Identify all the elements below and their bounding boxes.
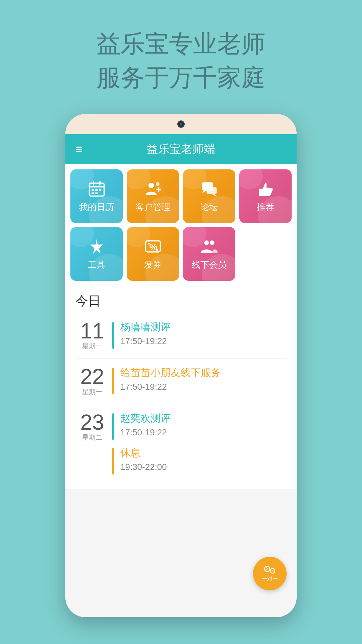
svg-point-21 <box>204 240 209 245</box>
event-content-3b: 休息 19:30-22:00 <box>120 446 287 472</box>
svg-rect-8 <box>95 193 98 195</box>
event-item-3[interactable]: 23 星期二 赵奕欢测评 17:50-19:22 休息 <box>75 404 287 482</box>
svg-marker-16 <box>90 239 103 254</box>
date-num-1: 11 <box>75 320 109 342</box>
svg-marker-13 <box>202 191 206 193</box>
menu-item-recommend[interactable]: 推荐 <box>239 169 292 223</box>
fab-label: 一对一 <box>262 576 278 582</box>
event-title-3b: 休息 <box>120 446 287 460</box>
event-item-2[interactable]: 22 星期一 给苗苗小朋友线下服务 17:50-19:22 <box>75 359 287 404</box>
date-day-1: 星期一 <box>75 342 109 351</box>
menu-label-offline: 线下会员 <box>192 259 227 271</box>
date-day-2: 星期一 <box>75 387 109 396</box>
svg-rect-4 <box>92 189 94 191</box>
date-num-3: 23 <box>75 412 109 433</box>
menu-item-forum[interactable]: 论坛 <box>183 169 235 223</box>
phone-top-bar <box>65 114 297 134</box>
app-title: 益乐宝老师端 <box>147 142 215 157</box>
date-block-1: 11 星期一 <box>75 320 109 351</box>
menu-label-recommend: 推荐 <box>257 201 274 213</box>
tagline: 益乐宝专业老师 服务于万千家庭 <box>0 27 362 95</box>
svg-rect-5 <box>95 189 98 191</box>
menu-label-customer: 客户管理 <box>135 201 170 213</box>
tagline-line1: 益乐宝专业老师 <box>0 27 362 61</box>
svg-rect-14 <box>206 187 217 194</box>
today-label: 今日 <box>75 292 287 310</box>
menu-label-forum: 论坛 <box>200 201 218 213</box>
event-bar-2 <box>112 368 114 394</box>
svg-point-9 <box>148 183 154 189</box>
today-section: 今日 11 星期一 杨嘻嘻测评 17:50-19:22 22 星期一 <box>65 286 297 489</box>
svg-text:⊕: ⊕ <box>156 186 161 193</box>
svg-point-20 <box>156 249 158 251</box>
event-content-2: 给苗苗小朋友线下服务 17:50-19:22 <box>120 366 287 392</box>
menu-grid: 我的日历 ⊕ 客户管理 论坛 <box>65 164 297 286</box>
event-content-3a: 赵奕欢测评 17:50-19:22 <box>120 412 287 438</box>
tagline-line2: 服务于万千家庭 <box>0 61 362 95</box>
phone-shell: ≡ 益乐宝老师端 我的日历 <box>65 114 297 617</box>
event-title-1: 杨嘻嘻测评 <box>120 320 287 334</box>
app-header: ≡ 益乐宝老师端 <box>65 134 297 164</box>
svg-text:%: % <box>149 242 157 252</box>
date-block-3: 23 星期二 <box>75 412 109 442</box>
svg-rect-6 <box>99 189 101 191</box>
menu-item-offline[interactable]: 线下会员 <box>183 227 235 281</box>
date-block-2: 22 星期一 <box>75 366 109 396</box>
menu-item-calendar[interactable]: 我的日历 <box>70 169 123 223</box>
svg-marker-15 <box>212 194 217 197</box>
event-bar-3a <box>112 413 114 440</box>
fab-button[interactable]: ? ☺ 一对一 <box>253 557 287 590</box>
menu-label-calendar: 我的日历 <box>79 201 114 213</box>
menu-item-tools[interactable]: 工具 <box>70 227 123 281</box>
event-time-3a: 17:50-19:22 <box>120 427 287 438</box>
hamburger-icon[interactable]: ≡ <box>75 142 82 156</box>
menu-label-tools: 工具 <box>88 259 105 271</box>
camera <box>177 120 185 128</box>
event-time-3b: 19:30-22:00 <box>120 462 287 472</box>
menu-item-coupon[interactable]: % 发券 <box>127 227 179 281</box>
menu-item-customer[interactable]: ⊕ 客户管理 <box>127 169 179 223</box>
event-time-1: 17:50-19:22 <box>120 336 287 346</box>
event-content-1: 杨嘻嘻测评 17:50-19:22 <box>120 320 287 346</box>
event-bar-1 <box>112 322 114 349</box>
event-item-1[interactable]: 11 星期一 杨嘻嘻测评 17:50-19:22 <box>75 313 287 359</box>
svg-rect-7 <box>92 193 94 195</box>
menu-label-coupon: 发券 <box>144 259 162 271</box>
svg-point-19 <box>148 243 150 245</box>
event-bar-3b <box>112 448 114 475</box>
app-screen: ≡ 益乐宝老师端 我的日历 <box>65 134 297 617</box>
svg-text:☺: ☺ <box>271 569 275 573</box>
svg-point-22 <box>209 240 214 245</box>
event-title-3a: 赵奕欢测评 <box>120 412 287 425</box>
svg-point-10 <box>156 182 159 186</box>
event-title-2: 给苗苗小朋友线下服务 <box>120 366 287 380</box>
date-num-2: 22 <box>75 366 109 387</box>
svg-text:?: ? <box>265 567 268 572</box>
date-day-3: 星期二 <box>75 433 109 442</box>
event-time-2: 17:50-19:22 <box>120 382 287 392</box>
